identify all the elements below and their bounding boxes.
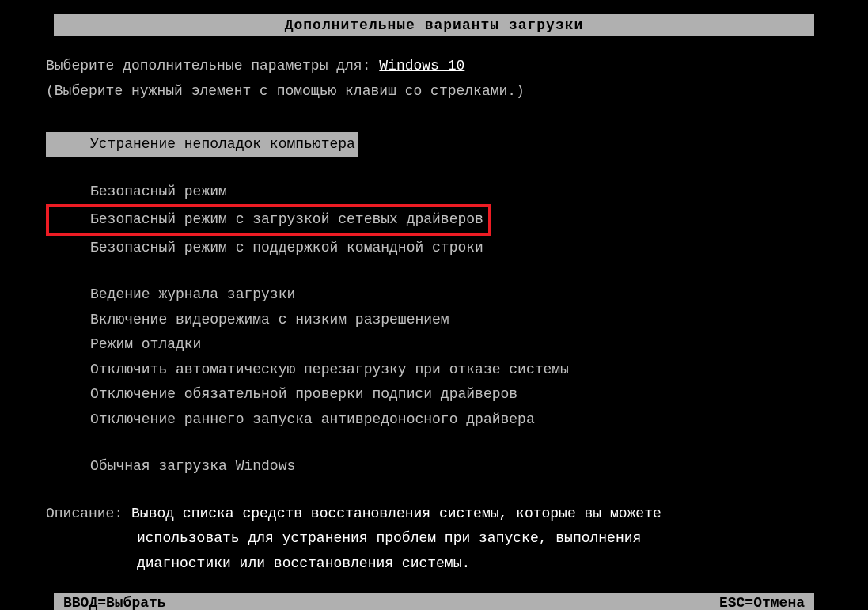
menu-item-repair[interactable]: Устранение неполадок компьютера [46, 132, 358, 157]
description-block: Описание: Вывод списка средств восстанов… [46, 502, 822, 577]
instruction-line1: Выберите дополнительные параметры для: W… [46, 54, 822, 79]
menu-item-bootlog[interactable]: Ведение журнала загрузки [46, 282, 295, 308]
menu-item-normal[interactable]: Обычная загрузка Windows [46, 454, 295, 479]
instruction-block: Выберите дополнительные параметры для: W… [46, 54, 822, 104]
menu-item-debug[interactable]: Режим отладки [46, 332, 201, 358]
header-title-bar: Дополнительные варианты загрузки [54, 14, 814, 36]
header-title: Дополнительные варианты загрузки [285, 17, 584, 33]
main-content: Выберите дополнительные параметры для: W… [0, 36, 868, 576]
menu-item-lowres[interactable]: Включение видеорежима с низким разрешени… [46, 308, 449, 333]
instruction-prefix: Выберите дополнительные параметры для: [46, 58, 379, 74]
os-name: Windows 10 [379, 58, 464, 74]
footer-esc: ESC=Отмена [719, 595, 805, 610]
menu-item-safemode[interactable]: Безопасный режим [46, 180, 227, 205]
menu-item-safemode-cmd[interactable]: Безопасный режим с поддержкой командной … [46, 236, 483, 261]
footer-bar: ВВОД=Выбрать ESC=Отмена [54, 593, 814, 610]
footer-enter: ВВОД=Выбрать [63, 595, 166, 610]
description-line2: использовать для устранения проблем при … [46, 526, 822, 551]
description-line3: диагностики или восстановления системы. [46, 551, 822, 577]
menu-item-noreboot[interactable]: Отключить автоматическую перезагрузку пр… [46, 358, 569, 383]
menu-item-noelam[interactable]: Отключение раннего запуска антивредоносн… [46, 407, 535, 433]
boot-menu: Устранение неполадок компьютера Безопасн… [46, 132, 822, 479]
menu-item-safemode-network[interactable]: Безопасный режим с загрузкой сетевых дра… [46, 204, 491, 236]
instruction-hint: (Выберите нужный элемент с помощью клави… [46, 79, 822, 104]
description-line1: Вывод списка средств восстановления сист… [131, 506, 661, 521]
menu-item-nosig[interactable]: Отключение обязательной проверки подписи… [46, 382, 517, 407]
description-label: Описание: [46, 506, 131, 521]
